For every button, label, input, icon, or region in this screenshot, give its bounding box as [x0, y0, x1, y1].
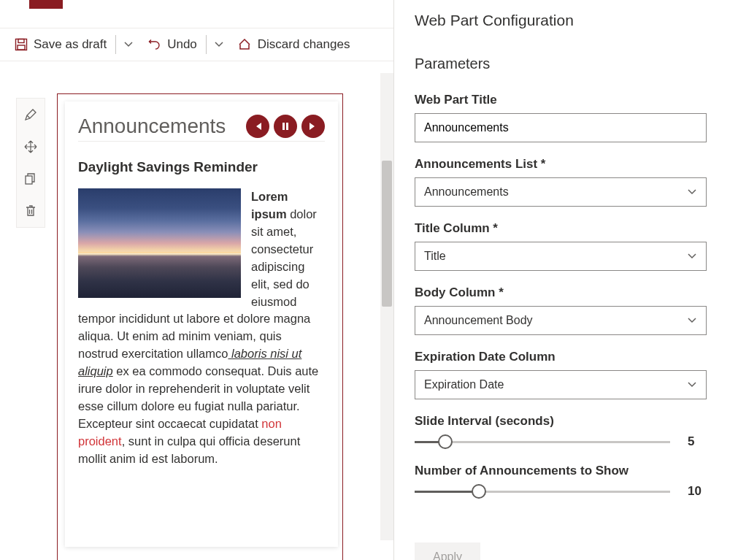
count-label: Number of Announcements to Show	[415, 464, 723, 478]
body-col-label: Body Column *	[415, 285, 723, 300]
chevron-down-icon	[214, 39, 224, 50]
delete-button[interactable]	[17, 195, 45, 227]
body-lead: Lorem ipsum	[251, 190, 288, 220]
discard-icon	[237, 37, 252, 52]
webpart-edit-toolbar	[16, 98, 45, 228]
copy-icon	[24, 172, 37, 185]
trash-icon	[24, 204, 37, 218]
dropdown-selected: Announcement Body	[424, 314, 687, 327]
announcement-image	[78, 188, 241, 298]
save-as-draft-button[interactable]: Save as draft	[7, 28, 114, 61]
chevron-down-icon	[687, 251, 697, 261]
save-as-draft-label: Save as draft	[34, 37, 107, 52]
slide-interval-slider[interactable]	[415, 434, 670, 449]
next-slide-button[interactable]	[301, 115, 325, 138]
webpart-title: Announcements	[78, 115, 246, 138]
interval-label: Slide Interval (seconds)	[415, 414, 723, 429]
pencil-icon	[24, 108, 37, 121]
announcement-body: Lorem ipsum dolor sit amet, consectetur …	[78, 188, 325, 468]
canvas-scrollbar[interactable]	[380, 73, 393, 540]
discard-changes-button[interactable]: Discard changes	[230, 28, 358, 61]
slider-thumb[interactable]	[438, 434, 453, 449]
dropdown-selected: Title	[424, 250, 687, 263]
svg-rect-2	[18, 45, 25, 50]
toolbar-divider	[206, 35, 207, 54]
undo-icon	[147, 37, 161, 52]
announcements-card: Announcements	[65, 101, 338, 547]
slider-thumb[interactable]	[472, 484, 486, 499]
save-dropdown-chevron[interactable]	[118, 28, 139, 61]
toolbar-divider	[115, 35, 116, 54]
pause-icon	[280, 121, 291, 131]
skip-forward-icon	[308, 121, 318, 131]
title-column-dropdown[interactable]: Title	[415, 242, 707, 271]
undo-button[interactable]: Undo	[139, 28, 204, 61]
config-panel: Web Part Configuration Parameters Web Pa…	[394, 0, 738, 560]
announcement-title: Daylight Savings Reminder	[78, 159, 325, 175]
skip-back-icon	[253, 121, 263, 131]
brand-accent-block	[29, 0, 63, 9]
move-icon	[24, 140, 37, 153]
chevron-down-icon	[123, 39, 134, 50]
duplicate-button[interactable]	[17, 163, 45, 195]
announcements-list-dropdown[interactable]: Announcements	[415, 177, 707, 207]
undo-label: Undo	[167, 37, 197, 52]
svg-rect-5	[286, 123, 288, 130]
dropdown-selected: Expiration Date	[424, 378, 687, 391]
svg-rect-3	[26, 176, 32, 184]
chevron-down-icon	[687, 187, 697, 197]
previous-slide-button[interactable]	[246, 115, 269, 138]
page-toolbar: Save as draft Undo Discard changes	[0, 28, 393, 61]
scrollbar-thumb[interactable]	[382, 161, 392, 307]
webpart-selection-frame[interactable]: Announcements	[57, 93, 343, 560]
interval-value: 5	[688, 434, 707, 449]
expiration-column-dropdown[interactable]: Expiration Date	[415, 370, 707, 399]
config-header: Web Part Configuration	[415, 12, 723, 29]
list-field-label: Announcements List *	[415, 157, 723, 172]
chevron-down-icon	[687, 380, 697, 390]
svg-rect-4	[282, 123, 285, 130]
announcement-count-slider[interactable]	[415, 484, 670, 499]
title-field-label: Web Part Title	[415, 93, 723, 107]
apply-button[interactable]: Apply	[415, 542, 480, 560]
chevron-down-icon	[687, 315, 697, 326]
body-text: ex ea commodo consequat. Duis aute irure…	[78, 364, 318, 430]
config-section-title: Parameters	[415, 55, 723, 72]
count-value: 10	[688, 484, 707, 499]
pause-slide-button[interactable]	[274, 115, 297, 138]
discard-changes-label: Discard changes	[258, 37, 350, 52]
save-icon	[15, 38, 28, 51]
svg-rect-1	[18, 39, 24, 43]
move-button[interactable]	[17, 131, 45, 163]
body-column-dropdown[interactable]: Announcement Body	[415, 306, 707, 335]
exp-col-label: Expiration Date Column	[415, 350, 723, 364]
dropdown-selected: Announcements	[424, 185, 687, 199]
edit-button[interactable]	[17, 99, 45, 131]
undo-dropdown-chevron[interactable]	[208, 28, 230, 61]
title-col-label: Title Column *	[415, 221, 723, 236]
webpart-title-input[interactable]	[415, 113, 707, 142]
